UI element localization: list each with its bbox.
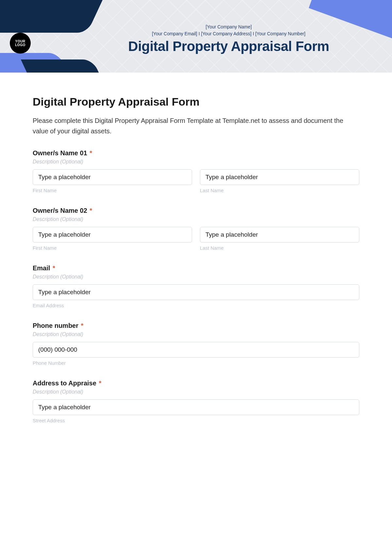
form-title: Digital Property Appraisal Form	[33, 95, 359, 108]
field-description: Description (Optional)	[33, 274, 359, 280]
logo-text-line1: YOUR	[15, 40, 25, 43]
required-mark: *	[90, 149, 92, 157]
sub-label-first-name: First Name	[33, 245, 192, 251]
label-text: Email	[33, 264, 50, 272]
email-input[interactable]	[33, 284, 359, 300]
company-meta: [Your Company Name] [Your Company Email]…	[85, 24, 372, 37]
logo-placeholder: YOUR LOGO	[10, 33, 31, 54]
owner2-first-name-input[interactable]	[33, 227, 192, 243]
field-description: Description (Optional)	[33, 216, 359, 222]
company-name-placeholder: [Your Company Name]	[85, 24, 372, 30]
field-label: Address to Appraise *	[33, 379, 359, 387]
label-text: Phone number	[33, 322, 78, 329]
required-mark: *	[99, 379, 101, 387]
field-owner-1: Owner/s Name 01 * Description (Optional)…	[33, 149, 359, 193]
sub-label-phone: Phone Number	[33, 360, 359, 366]
field-description: Description (Optional)	[33, 331, 359, 337]
sub-label-first-name: First Name	[33, 188, 192, 193]
label-text: Address to Appraise	[33, 379, 96, 387]
field-label: Owner/s Name 01 *	[33, 149, 359, 157]
logo-text-line2: LOGO	[15, 43, 25, 47]
company-contact-placeholder: [Your Company Email] I [Your Company Add…	[85, 30, 372, 37]
owner1-first-name-input[interactable]	[33, 169, 192, 185]
field-phone: Phone number * Description (Optional) Ph…	[33, 322, 359, 366]
phone-input[interactable]	[33, 342, 359, 358]
required-mark: *	[53, 264, 55, 272]
decor-shape	[21, 59, 104, 73]
owner1-last-name-input[interactable]	[200, 169, 359, 185]
field-label: Owner/s Name 02 *	[33, 207, 359, 214]
field-label: Email *	[33, 264, 359, 272]
sub-label-last-name: Last Name	[200, 245, 359, 251]
banner-title: Digital Property Appraisal Form	[85, 39, 372, 54]
address-street-input[interactable]	[33, 399, 359, 415]
required-mark: *	[81, 322, 84, 329]
sub-label-email: Email Address	[33, 303, 359, 308]
sub-label-last-name: Last Name	[200, 188, 359, 193]
field-label: Phone number *	[33, 322, 359, 329]
field-owner-2: Owner/s Name 02 * Description (Optional)…	[33, 207, 359, 251]
header-banner: YOUR LOGO [Your Company Name] [Your Comp…	[0, 0, 392, 73]
field-description: Description (Optional)	[33, 159, 359, 165]
sub-label-street: Street Address	[33, 418, 359, 423]
required-mark: *	[90, 207, 92, 214]
field-address: Address to Appraise * Description (Optio…	[33, 379, 359, 423]
field-email: Email * Description (Optional) Email Add…	[33, 264, 359, 308]
label-text: Owner/s Name 02	[33, 207, 87, 214]
form-content: Digital Property Appraisal Form Please c…	[0, 73, 392, 450]
form-intro: Please complete this Digital Property Ap…	[33, 115, 359, 136]
label-text: Owner/s Name 01	[33, 149, 87, 157]
field-description: Description (Optional)	[33, 389, 359, 395]
owner2-last-name-input[interactable]	[200, 227, 359, 243]
